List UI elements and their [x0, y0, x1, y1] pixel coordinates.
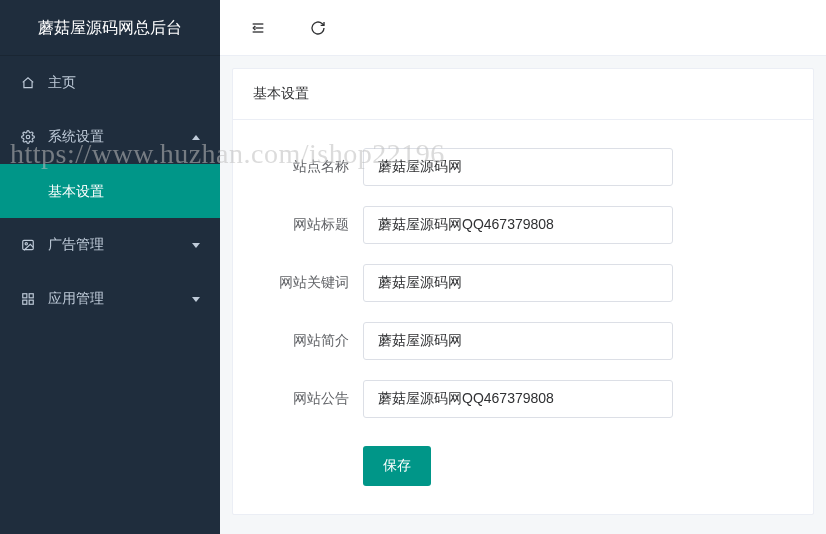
refresh-button[interactable] [298, 8, 338, 48]
settings-card: 基本设置 站点名称 网站标题 网站关键词 网站简介 网站公告 [232, 68, 814, 515]
row-site-title: 网站标题 [233, 206, 813, 244]
chevron-down-icon [192, 297, 200, 302]
svg-point-2 [25, 243, 27, 245]
svg-rect-4 [29, 294, 33, 298]
form-actions: 保存 [233, 438, 813, 514]
chevron-down-icon [192, 243, 200, 248]
apps-icon [20, 291, 36, 307]
nav-ads[interactable]: 广告管理 [0, 218, 220, 272]
row-site-keywords: 网站关键词 [233, 264, 813, 302]
svg-rect-3 [23, 294, 27, 298]
label-site-title: 网站标题 [233, 216, 363, 234]
row-site-name: 站点名称 [233, 148, 813, 186]
subnav-basic-settings[interactable]: 基本设置 [0, 164, 220, 218]
topbar [220, 0, 826, 56]
row-site-notice: 网站公告 [233, 380, 813, 418]
nav-apps[interactable]: 应用管理 [0, 272, 220, 326]
nav-system-label: 系统设置 [48, 128, 192, 146]
svg-rect-5 [23, 300, 27, 304]
chevron-up-icon [192, 135, 200, 140]
nav-home[interactable]: 主页 [0, 56, 220, 110]
nav-apps-label: 应用管理 [48, 290, 192, 308]
refresh-icon [310, 20, 326, 36]
input-site-name[interactable] [363, 148, 673, 186]
brand-title: 蘑菇屋源码网总后台 [0, 0, 220, 56]
input-site-keywords[interactable] [363, 264, 673, 302]
row-site-desc: 网站简介 [233, 322, 813, 360]
sidebar: 蘑菇屋源码网总后台 主页 系统设置 基本设置 广告管理 应用管理 [0, 0, 220, 534]
label-site-desc: 网站简介 [233, 332, 363, 350]
svg-rect-6 [29, 300, 33, 304]
image-icon [20, 237, 36, 253]
save-button[interactable]: 保存 [363, 446, 431, 486]
label-site-keywords: 网站关键词 [233, 274, 363, 292]
settings-form: 站点名称 网站标题 网站关键词 网站简介 网站公告 保存 [233, 148, 813, 514]
svg-point-0 [26, 135, 30, 139]
label-site-name: 站点名称 [233, 158, 363, 176]
nav-ads-label: 广告管理 [48, 236, 192, 254]
card-title: 基本设置 [233, 69, 813, 120]
home-icon [20, 75, 36, 91]
collapse-toggle-button[interactable] [238, 8, 278, 48]
gear-icon [20, 129, 36, 145]
menu-collapse-icon [250, 20, 266, 36]
input-site-notice[interactable] [363, 380, 673, 418]
input-site-desc[interactable] [363, 322, 673, 360]
nav-system[interactable]: 系统设置 [0, 110, 220, 164]
nav-home-label: 主页 [48, 74, 200, 92]
label-site-notice: 网站公告 [233, 390, 363, 408]
input-site-title[interactable] [363, 206, 673, 244]
main-content: 基本设置 站点名称 网站标题 网站关键词 网站简介 网站公告 [220, 56, 826, 534]
